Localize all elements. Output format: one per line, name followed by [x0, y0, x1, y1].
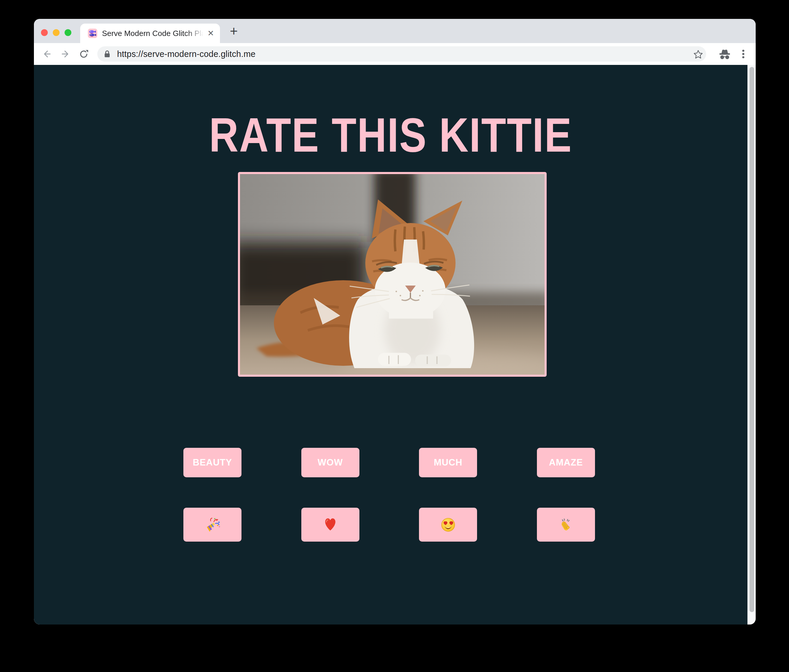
browser-toolbar: https://serve-modern-code.glitch.me	[34, 43, 756, 65]
bookmark-star-button[interactable]	[693, 49, 704, 60]
minimize-window-button[interactable]	[53, 29, 59, 36]
red-heart-emoji-icon	[323, 517, 338, 533]
heart-eyes-button[interactable]	[419, 508, 477, 542]
tab-bar: Serve Modern Code Glitch Play ✕ +	[34, 19, 756, 43]
page-content: RATE THIS KITTIE	[34, 65, 756, 624]
beauty-button[interactable]: BEAUTY	[184, 448, 241, 477]
page-body: RATE THIS KITTIE	[34, 65, 747, 624]
zoom-window-button[interactable]	[65, 29, 71, 36]
red-heart-button[interactable]	[301, 508, 359, 542]
three-dot-menu-icon	[737, 48, 749, 60]
close-tab-button[interactable]: ✕	[207, 29, 214, 37]
glitch-fish-icon	[88, 29, 97, 38]
incognito-indicator	[717, 46, 733, 62]
url-text: https://serve-modern-code.glitch.me	[117, 49, 256, 59]
party-popper-button[interactable]	[184, 508, 241, 542]
browser-tab[interactable]: Serve Modern Code Glitch Play ✕	[80, 24, 220, 43]
amaze-button[interactable]: AMAZE	[537, 448, 595, 477]
new-tab-button[interactable]: +	[225, 23, 242, 39]
back-button[interactable]	[38, 46, 55, 62]
emoji-buttons-row	[184, 508, 595, 542]
cat-photo-illustration	[240, 174, 545, 374]
forward-button[interactable]	[57, 46, 74, 62]
url-bar[interactable]: https://serve-modern-code.glitch.me	[97, 46, 706, 62]
party-popper-emoji-icon	[205, 517, 220, 533]
browser-menu-button[interactable]	[735, 46, 752, 62]
tab-title: Serve Modern Code Glitch Play	[102, 29, 206, 38]
back-arrow-icon	[42, 49, 52, 59]
cat-photo	[238, 172, 547, 377]
clapping-hands-emoji-icon	[558, 517, 573, 533]
scrollbar[interactable]	[747, 65, 756, 624]
reload-button[interactable]	[75, 46, 92, 62]
star-icon	[693, 49, 703, 59]
close-window-button[interactable]	[41, 29, 48, 36]
window-controls	[41, 29, 71, 36]
heart-eyes-emoji-icon	[441, 517, 456, 533]
lock-icon[interactable]	[103, 50, 111, 58]
reload-icon	[79, 49, 89, 59]
rating-buttons-row: BEAUTY WOW MUCH AMAZE	[184, 448, 595, 477]
incognito-icon	[717, 46, 732, 62]
clapping-hands-button[interactable]	[537, 508, 595, 542]
browser-window: Serve Modern Code Glitch Play ✕ +	[34, 19, 756, 624]
page-title: RATE THIS KITTIE	[91, 111, 690, 159]
scrollbar-thumb[interactable]	[749, 67, 754, 612]
wow-button[interactable]: WOW	[301, 448, 359, 477]
desktop-background: Serve Modern Code Glitch Play ✕ +	[0, 0, 789, 672]
forward-arrow-icon	[61, 49, 71, 59]
much-button[interactable]: MUCH	[419, 448, 477, 477]
